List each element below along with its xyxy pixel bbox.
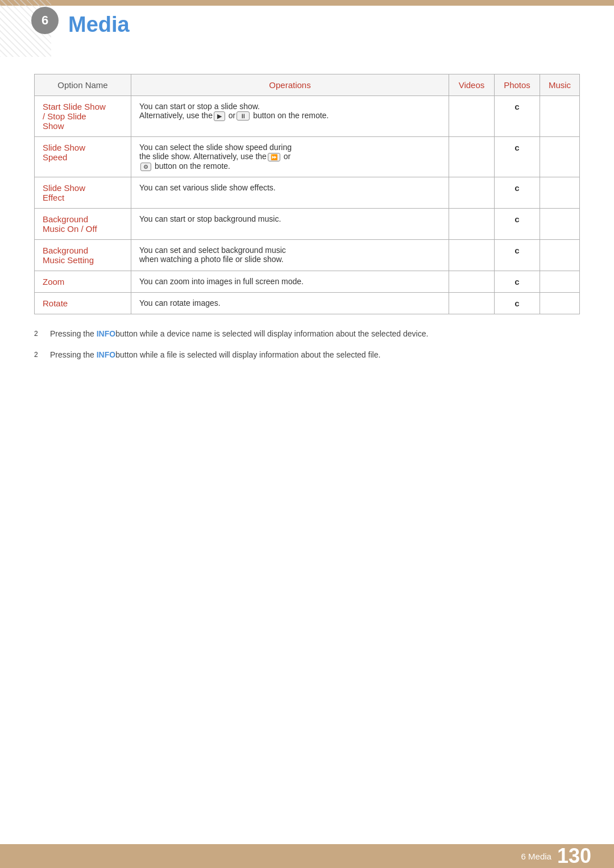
table-row: Zoom You can zoom into images in full sc… (35, 271, 580, 292)
header-videos: Videos (449, 74, 495, 96)
photos-check-6: c (495, 271, 540, 292)
top-decorative-band (0, 0, 614, 6)
notes-section: 2 Pressing the INFObutton while a device… (34, 328, 580, 361)
note-bullet-1: 2 (34, 330, 42, 338)
options-table: Option Name Operations Videos Photos Mus… (34, 74, 580, 314)
remote-ff-btn: ⏩ (268, 153, 280, 161)
table-row: Slide ShowEffect You can set various sli… (35, 177, 580, 208)
music-check-1 (540, 96, 580, 137)
photos-check-5: c (495, 239, 540, 271)
footer-chapter-label: 6 Media (521, 852, 551, 861)
header-operations: Operations (131, 74, 449, 96)
option-zoom: Zoom (35, 271, 131, 292)
note-item-2: 2 Pressing the INFObutton while a file i… (34, 349, 580, 361)
operations-zoom: You can zoom into images in full screen … (131, 271, 449, 292)
photos-check-7: c (495, 292, 540, 314)
videos-check-4 (449, 208, 495, 239)
footer-page-number: 130 (557, 846, 591, 866)
header-option-name: Option Name (35, 74, 131, 96)
option-background-music-on-off: BackgroundMusic On / Off (35, 208, 131, 239)
operations-slide-show-effect: You can set various slide show effects. (131, 177, 449, 208)
videos-check-3 (449, 177, 495, 208)
table-row: Start Slide Show/ Stop SlideShow You can… (35, 96, 580, 137)
chapter-number-circle: 6 (31, 7, 59, 34)
table-row: BackgroundMusic Setting You can set and … (35, 239, 580, 271)
note-item-1: 2 Pressing the INFObutton while a device… (34, 328, 580, 340)
operations-slide-show-speed: You can select the slide show speed duri… (131, 137, 449, 177)
photos-check-1: c (495, 96, 540, 137)
info-highlight-2: INFO (97, 350, 115, 359)
music-check-2 (540, 137, 580, 177)
header-music: Music (540, 74, 580, 96)
table-row: Slide ShowSpeed You can select the slide… (35, 137, 580, 177)
operations-background-music-on-off: You can start or stop background music. (131, 208, 449, 239)
option-slide-show-speed: Slide ShowSpeed (35, 137, 131, 177)
note-text-1: Pressing the INFObutton while a device n… (50, 328, 580, 340)
header-photos: Photos (495, 74, 540, 96)
table-row: Rotate You can rotate images. c (35, 292, 580, 314)
operations-background-music-setting: You can set and select background music … (131, 239, 449, 271)
page-footer: 6 Media 130 (0, 844, 614, 868)
videos-check-1 (449, 96, 495, 137)
main-content: Option Name Operations Videos Photos Mus… (34, 63, 580, 370)
photos-check-4: c (495, 208, 540, 239)
remote-pause-btn: ⏸ (237, 111, 250, 121)
page-title: Media (68, 13, 130, 37)
table-row: BackgroundMusic On / Off You can start o… (35, 208, 580, 239)
music-check-5 (540, 239, 580, 271)
option-rotate: Rotate (35, 292, 131, 314)
option-start-slide-show: Start Slide Show/ Stop SlideShow (35, 96, 131, 137)
music-check-7 (540, 292, 580, 314)
operations-start-slide-show: You can start or stop a slide show. Alte… (131, 96, 449, 137)
info-highlight-1: INFO (97, 329, 115, 338)
photos-check-3: c (495, 177, 540, 208)
photos-check-2: c (495, 137, 540, 177)
note-text-2: Pressing the INFObutton while a file is … (50, 349, 580, 361)
remote-tool-btn: ⚙ (140, 163, 151, 171)
remote-play-btn: ▶ (214, 111, 225, 121)
music-check-3 (540, 177, 580, 208)
videos-check-5 (449, 239, 495, 271)
videos-check-7 (449, 292, 495, 314)
videos-check-2 (449, 137, 495, 177)
videos-check-6 (449, 271, 495, 292)
note-bullet-2: 2 (34, 351, 42, 359)
option-slide-show-effect: Slide ShowEffect (35, 177, 131, 208)
music-check-4 (540, 208, 580, 239)
operations-rotate: You can rotate images. (131, 292, 449, 314)
music-check-6 (540, 271, 580, 292)
option-background-music-setting: BackgroundMusic Setting (35, 239, 131, 271)
